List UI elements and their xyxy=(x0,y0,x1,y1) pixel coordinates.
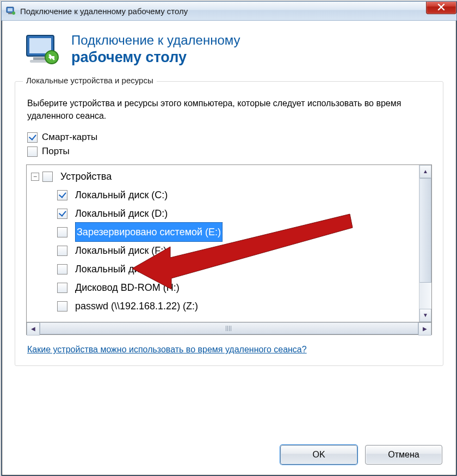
device-tree[interactable]: − Устройства Локальный диск (C:)Локальны… xyxy=(26,164,432,322)
svg-rect-1 xyxy=(8,8,13,11)
scroll-right-button[interactable]: ▶ xyxy=(418,322,431,335)
vertical-scrollbar[interactable]: ▲ ▼ xyxy=(419,165,431,322)
svg-point-3 xyxy=(12,11,15,15)
tree-item-checkbox[interactable] xyxy=(57,246,67,256)
rdp-icon xyxy=(6,7,16,15)
smart-cards-checkbox[interactable] xyxy=(27,132,38,143)
tree-content: − Устройства Локальный диск (C:)Локальны… xyxy=(27,165,419,322)
devices-label: Устройства xyxy=(60,167,112,186)
tree-item[interactable]: Локальный диск (D:) xyxy=(31,204,419,223)
header-text: Подключение к удаленному рабочему столу xyxy=(71,33,240,66)
tree-item-checkbox[interactable] xyxy=(57,209,67,219)
smart-cards-row[interactable]: Смарт-карты xyxy=(27,132,432,143)
titlebar[interactable]: Подключение к удаленному рабочему столу xyxy=(2,2,456,21)
chevron-left-icon: ◀ xyxy=(31,326,35,332)
local-resources-group: Локальные устройства и ресурсы Выберите … xyxy=(15,81,443,366)
horizontal-scroll-thumb[interactable] xyxy=(40,322,418,334)
chevron-up-icon: ▲ xyxy=(423,169,428,174)
tree-item[interactable]: Локальный диск (F:) xyxy=(31,241,419,260)
vertical-scroll-track[interactable] xyxy=(419,283,431,309)
devices-checkbox[interactable] xyxy=(42,172,53,182)
instructions-text: Выберите устройства и ресурсы этого комп… xyxy=(27,97,432,122)
close-icon xyxy=(437,4,445,10)
tree-item-label: passwd (\\192.168.1.22) (Z:) xyxy=(75,297,198,315)
expand-toggle-icon[interactable]: − xyxy=(31,173,39,181)
window-title: Подключение к удаленному рабочему столу xyxy=(20,7,426,16)
tree-item-checkbox[interactable] xyxy=(57,264,67,274)
ok-button[interactable]: OK xyxy=(280,445,357,465)
rdp-large-icon xyxy=(23,33,61,66)
tree-item[interactable]: passwd (\\192.168.1.22) (Z:) xyxy=(31,297,419,315)
chevron-right-icon: ▶ xyxy=(423,326,427,332)
close-button[interactable] xyxy=(426,1,456,14)
tree-item-label: Локальный диск (D:) xyxy=(75,204,168,223)
tree-item-checkbox[interactable] xyxy=(57,301,67,312)
tree-item-label: Локальный диск (C:) xyxy=(75,186,168,204)
scroll-left-button[interactable]: ◀ xyxy=(27,322,40,335)
help-link[interactable]: Какие устройства можно использовать во в… xyxy=(27,345,307,355)
tree-item[interactable]: Локальный диск (C:) xyxy=(31,186,419,204)
smart-cards-label: Смарт-карты xyxy=(42,132,97,143)
header-line1: Подключение к удаленному xyxy=(71,33,240,48)
ports-label: Порты xyxy=(42,146,70,157)
tree-item[interactable]: Дисковод BD-ROM (H:) xyxy=(31,278,419,297)
tree-item-checkbox[interactable] xyxy=(57,190,67,200)
tree-item-label: Зарезервировано системой (E:) xyxy=(75,222,223,242)
tree-item-checkbox[interactable] xyxy=(57,227,67,237)
ports-row[interactable]: Порты xyxy=(27,146,432,157)
cancel-button[interactable]: Отмена xyxy=(365,445,442,465)
horizontal-scrollbar[interactable]: ◀ ▶ xyxy=(26,322,432,335)
tree-item-label: Дисковод BD-ROM (H:) xyxy=(75,278,180,297)
tree-item[interactable]: Зарезервировано системой (E:) xyxy=(31,223,419,241)
header-line2: рабочему столу xyxy=(71,49,240,66)
svg-rect-5 xyxy=(29,38,51,53)
ports-checkbox[interactable] xyxy=(27,147,38,157)
dialog-button-row: OK Отмена xyxy=(280,445,442,465)
rdp-dialog-window: Подключение к удаленному рабочему столу xyxy=(1,1,457,476)
scroll-up-button[interactable]: ▲ xyxy=(419,165,431,178)
tree-item[interactable]: Локальный диск (G:) xyxy=(31,260,419,278)
svg-rect-2 xyxy=(8,13,12,14)
vertical-scroll-thumb[interactable] xyxy=(419,178,431,283)
tree-root-devices[interactable]: − Устройства xyxy=(31,167,419,186)
chevron-down-icon: ▼ xyxy=(423,313,428,318)
tree-item-label: Локальный диск (F:) xyxy=(75,241,166,260)
scroll-down-button[interactable]: ▼ xyxy=(419,309,431,322)
tree-item-checkbox[interactable] xyxy=(57,283,67,293)
group-legend: Локальные устройства и ресурсы xyxy=(23,76,157,85)
tree-item-label: Локальный диск (G:) xyxy=(75,260,168,278)
dialog-header: Подключение к удаленному рабочему столу xyxy=(2,21,456,76)
